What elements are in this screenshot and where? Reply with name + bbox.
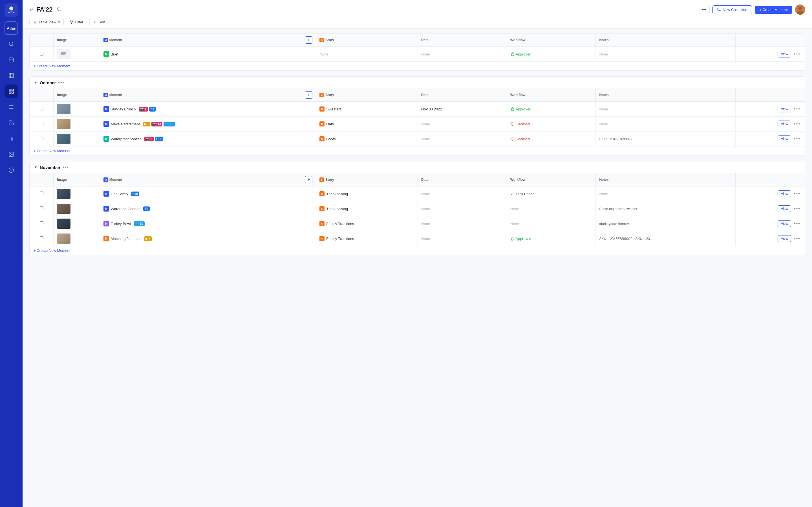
row-more-button[interactable]: ••• (793, 191, 802, 197)
moment-name: Matching Jammies (111, 237, 141, 241)
row-more-button[interactable]: ••• (793, 136, 802, 142)
row-checkbox[interactable] (40, 236, 43, 240)
view-button[interactable]: View (777, 190, 791, 197)
add-moment-button-uncollected[interactable]: + Create New Moment (30, 61, 805, 70)
moment-name: Make a statement (111, 122, 140, 126)
moment-icon: M (103, 121, 109, 127)
row-checkbox[interactable] (40, 191, 43, 195)
row-more-button[interactable]: ••• (793, 206, 802, 212)
story-icon: S (319, 107, 324, 112)
row-more-button[interactable]: ••• (793, 235, 802, 242)
october-section: ▼ October ••• Image M Moment (29, 76, 805, 156)
social-badge-ig: 📷 1 (139, 107, 148, 112)
new-collection-button[interactable]: New Collection (712, 5, 752, 14)
atlas-badge[interactable]: Atlas (4, 21, 18, 35)
svg-rect-27 (718, 8, 721, 10)
sidebar-item-list[interactable] (4, 100, 18, 114)
view-button[interactable]: View (777, 106, 791, 112)
story-name: Family Traditions (326, 237, 354, 241)
november-collapse-button[interactable]: ▼ (34, 165, 38, 169)
story-icon: S (319, 206, 324, 211)
october-more-button[interactable]: ••• (58, 80, 64, 85)
back-arrow[interactable]: ↩ (29, 6, 34, 13)
workflow-value: Approved (510, 52, 592, 56)
view-button[interactable]: View (777, 51, 791, 57)
sidebar-item-calendar[interactable] (4, 53, 18, 66)
moment-thumbnail (57, 104, 70, 114)
add-column-button[interactable]: + (305, 36, 312, 44)
header-search-icon[interactable] (56, 6, 62, 13)
date-value: None (421, 122, 430, 126)
sidebar: Atlas (0, 0, 22, 507)
svg-rect-3 (9, 58, 13, 62)
row-more-button[interactable]: ••• (793, 51, 802, 57)
story-name: Sweaters (326, 107, 342, 111)
date-value: None (421, 192, 430, 196)
moment-name: Get Comfy (111, 192, 128, 196)
moment-thumbnail (57, 204, 70, 214)
add-column-nov-button[interactable]: + (305, 176, 312, 183)
col-header-workflow: Workflow (507, 34, 596, 47)
view-button[interactable]: View (777, 121, 791, 127)
sidebar-item-analytics[interactable] (4, 132, 18, 145)
create-moment-header-button[interactable]: + Create Moment (755, 6, 792, 14)
row-checkbox[interactable] (40, 136, 43, 140)
sidebar-logo[interactable] (4, 3, 18, 17)
more-options-button[interactable]: ••• (699, 5, 710, 14)
svg-line-26 (60, 10, 61, 11)
add-moment-button-november[interactable]: + Create New Moment (30, 246, 805, 255)
story-name: Thanksgiving (326, 192, 348, 196)
sidebar-item-help[interactable] (4, 163, 18, 177)
date-value: Nov 03 2022 (418, 102, 507, 117)
table-view-button[interactable]: Table View ▾ (29, 18, 64, 26)
notes-value: None (599, 122, 608, 126)
sidebar-item-table[interactable] (4, 69, 18, 82)
sort-button[interactable]: Sort (89, 18, 109, 26)
toolbar: Table View ▾ Filter Sort (29, 18, 805, 26)
sidebar-item-search[interactable] (4, 37, 18, 51)
notes-value: SKU: 1234567899012 (599, 137, 632, 141)
filter-button[interactable]: Filter (66, 18, 87, 26)
col-header-image: Image (54, 34, 100, 47)
social-badge-fb: f 11 (155, 136, 163, 142)
moment-name: Waterproof booties (111, 137, 142, 141)
svg-point-25 (57, 8, 60, 11)
row-more-button[interactable]: ••• (793, 221, 802, 227)
add-moment-button-october[interactable]: + Create New Moment (30, 146, 805, 155)
view-button[interactable]: View (777, 205, 791, 212)
row-more-button[interactable]: ••• (793, 121, 802, 127)
view-button[interactable]: View (777, 220, 791, 227)
row-checkbox[interactable] (40, 207, 43, 210)
col-header-date: Date (418, 34, 507, 47)
date-value: None (421, 207, 430, 211)
add-column-oct-button[interactable]: + (305, 91, 312, 99)
sidebar-item-checklist[interactable] (4, 116, 18, 129)
main-content: ↩ FA'22 ••• New Collection + Create Mome… (22, 0, 812, 507)
november-more-button[interactable]: ••• (63, 165, 69, 170)
svg-point-0 (9, 6, 13, 10)
moment-icon: M (103, 136, 109, 142)
col-header-moment: M Moment + (100, 34, 316, 47)
view-button[interactable]: View (777, 135, 791, 142)
october-collapse-button[interactable]: ▼ (34, 80, 38, 84)
story-name: Thanksgiving (326, 207, 348, 211)
social-badge-fb: f 2 (143, 207, 150, 211)
date-value: None (421, 137, 430, 141)
workflow-value: Declined (510, 137, 592, 141)
november-section: ▼ November ••• Image M Moment (29, 161, 805, 255)
content-area: Image M Moment + (22, 29, 812, 507)
row-checkbox[interactable] (40, 107, 43, 110)
sidebar-item-grid[interactable] (4, 84, 18, 98)
page-title: FA'22 (36, 6, 53, 13)
view-button[interactable]: View (777, 235, 791, 242)
svg-rect-7 (9, 73, 13, 78)
row-more-button[interactable]: ••• (793, 106, 802, 112)
notes-value: SKU: 1234567899012 , SKU: 123... (599, 237, 652, 241)
avatar[interactable] (795, 4, 805, 15)
sidebar-item-image[interactable] (4, 148, 18, 161)
table-row: M Matching Jammies ▶ 4 S Family Traditio… (30, 231, 805, 246)
workflow-value: Approved (510, 237, 592, 241)
row-checkbox[interactable] (40, 122, 43, 125)
row-checkbox[interactable] (40, 52, 43, 55)
row-checkbox[interactable] (40, 221, 43, 225)
